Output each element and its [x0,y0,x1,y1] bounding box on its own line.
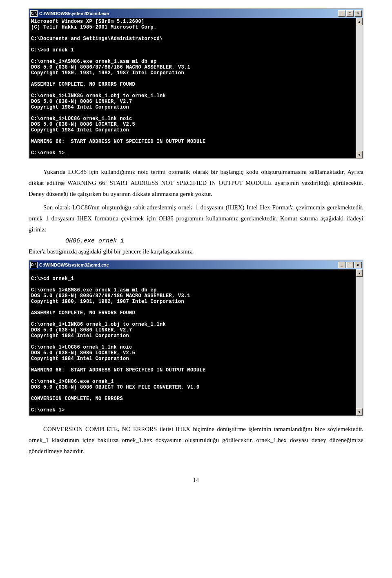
cmd-window-2: C:\ C:\WINDOWS\system32\cmd.exe _ □ × C:… [29,260,363,416]
minimize-button[interactable]: _ [338,262,345,268]
close-button[interactable]: × [354,10,362,17]
maximize-button[interactable]: □ [346,262,354,268]
cmd-icon: C:\ [30,10,38,17]
scroll-down-icon[interactable]: ▼ [356,408,363,416]
cmd-title: C:\WINDOWS\system32\cmd.exe [39,262,338,267]
scroll-down-icon[interactable]: ▼ [356,151,363,158]
maximize-button[interactable]: □ [346,10,354,17]
paragraph-4: CONVERSION COMPLETE, NO ERRORS iletisi I… [29,424,363,457]
cmd-window-1: C:\ C:\WINDOWS\system32\cmd.exe _ □ × Mi… [29,8,363,159]
scroll-track[interactable] [356,277,363,408]
cmd-titlebar: C:\ C:\WINDOWS\system32\cmd.exe _ □ × [29,260,363,269]
scroll-track[interactable] [356,25,363,151]
minimize-button[interactable]: _ [338,10,345,17]
cmd-icon: C:\ [30,262,38,268]
cmd-output: C:\>cd ornek_1 C:\ornek_1>ASM86.exe orne… [29,269,356,416]
paragraph-1: Yukarıda LOC86 için kullandığımız noic t… [29,167,363,200]
scroll-up-icon[interactable]: ▲ [356,269,363,277]
close-button[interactable]: × [354,262,362,268]
paragraph-2: Son olarak LOC86'nın oluşturduğu sabit a… [29,202,363,235]
scroll-up-icon[interactable]: ▲ [356,18,363,25]
cmd-output: Microsoft Windows XP [Sürüm 5.1.2600] (C… [29,18,356,158]
paragraph-3: Enter'a bastığınızda aşağıdaki gibi bir … [29,246,363,257]
scrollbar[interactable]: ▲ ▼ [356,18,363,158]
scrollbar[interactable]: ▲ ▼ [356,269,363,416]
page-number: 14 [29,477,363,484]
cmd-title: C:\WINDOWS\system32\cmd.exe [39,11,338,16]
cmd-titlebar: C:\ C:\WINDOWS\system32\cmd.exe _ □ × [29,9,363,18]
code-command: OH86.exe ornek_1 [65,238,363,245]
